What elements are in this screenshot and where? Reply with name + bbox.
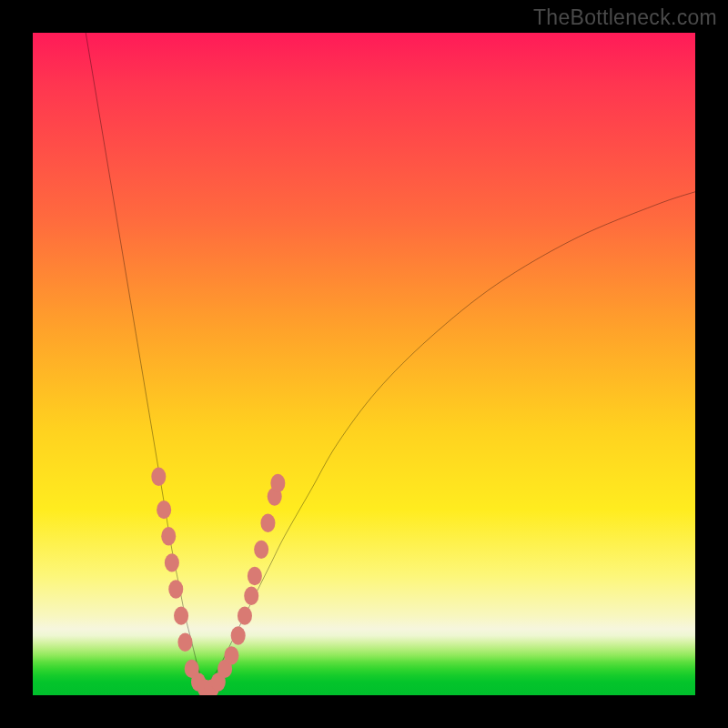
sample-dot	[270, 474, 285, 492]
sample-dot	[254, 541, 268, 559]
sample-dot	[157, 500, 171, 519]
sample-dot	[231, 626, 246, 644]
sample-dot	[161, 527, 176, 545]
sample-dots	[151, 468, 285, 695]
sample-dot	[151, 468, 166, 486]
sample-dot	[224, 646, 238, 664]
right-branch-line	[205, 192, 695, 689]
plot-area	[33, 33, 695, 695]
sample-dot	[174, 606, 188, 624]
curve-layer	[33, 33, 695, 695]
sample-dot	[244, 587, 258, 605]
sample-dot	[168, 580, 183, 598]
left-branch-line	[86, 33, 205, 689]
watermark-text: TheBottleneck.com	[533, 5, 717, 30]
sample-dot	[177, 633, 192, 652]
sample-dot	[165, 553, 179, 571]
sample-dot	[248, 567, 262, 585]
sample-dot	[238, 606, 252, 624]
sample-dot	[260, 514, 275, 532]
chart-frame: TheBottleneck.com	[0, 0, 728, 728]
